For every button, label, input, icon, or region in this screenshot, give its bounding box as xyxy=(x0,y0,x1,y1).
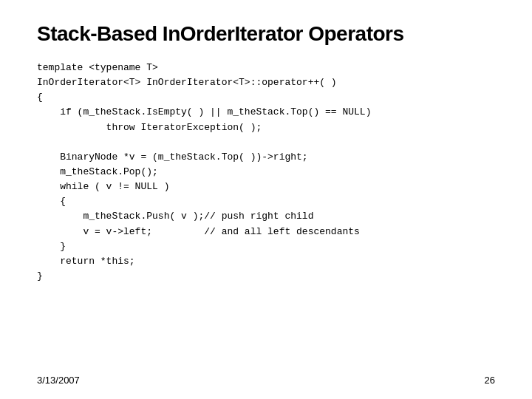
footer-page: 26 xyxy=(485,375,495,386)
slide-container: Stack-Based InOrderIterator Operators te… xyxy=(0,0,532,399)
code-block: template <typename T> InOrderIterator<T>… xyxy=(37,61,495,284)
slide-footer: 3/13/2007 26 xyxy=(37,375,495,386)
slide-title: Stack-Based InOrderIterator Operators xyxy=(37,22,495,46)
footer-date: 3/13/2007 xyxy=(37,375,80,386)
